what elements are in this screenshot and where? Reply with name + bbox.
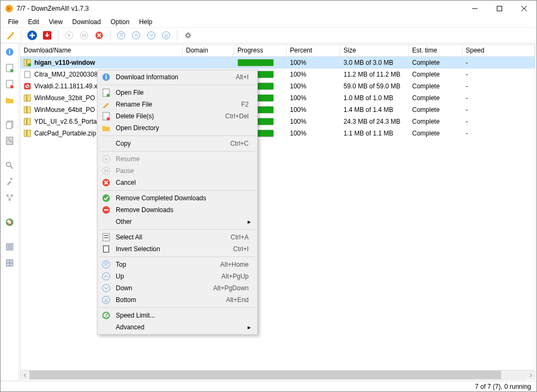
maximize-button[interactable] (487, 1, 512, 17)
col-size[interactable]: Size (340, 45, 409, 56)
scroll-track[interactable] (29, 371, 526, 379)
menu-label: Resume (116, 155, 256, 163)
menu-item[interactable]: Remove Downloads (99, 204, 256, 216)
menu-item[interactable]: UpAlt+PgUp (99, 270, 256, 282)
sidebar-share-icon[interactable] (4, 192, 15, 203)
toolbar (1, 27, 536, 43)
minimize-button[interactable] (463, 1, 487, 17)
col-est[interactable]: Est. time (409, 45, 463, 56)
menu-file[interactable]: File (4, 17, 23, 27)
menu-item[interactable]: BottomAlt+End (99, 294, 256, 306)
svg-rect-10 (83, 34, 84, 37)
menu-shortcut: Alt+PgDown (213, 284, 256, 292)
menu-help[interactable]: Help (135, 17, 157, 27)
menu-separator (99, 307, 256, 308)
speed-cell: - (463, 57, 535, 69)
svg-rect-51 (26, 107, 27, 113)
cancel-button[interactable] (93, 29, 106, 42)
menu-item[interactable]: iDownload InformationAlt+I (99, 71, 256, 83)
svg-point-44 (28, 63, 31, 66)
size-cell: 11.2 MB of 11.2 MB (340, 69, 409, 80)
pause-button[interactable] (78, 29, 91, 42)
col-progress[interactable]: Progress (234, 45, 287, 56)
sidebar-list-icon[interactable] (4, 242, 15, 252)
add-button[interactable] (26, 29, 39, 42)
menu-item[interactable]: DownAlt+PgDown (99, 282, 256, 294)
download-button[interactable] (41, 29, 54, 42)
menu-item[interactable]: Rename FileF2 (99, 99, 256, 110)
app-icon (5, 4, 13, 13)
menu-item[interactable]: CopyCtrl+C (99, 138, 256, 149)
col-domain[interactable]: Domain (183, 45, 234, 56)
menu-label: Open Directory (116, 124, 256, 132)
menu-shortcut: F2 (241, 101, 256, 108)
titlebar: 7/7 - DownZemAll! v1.7.3 (1, 1, 536, 17)
up-button[interactable] (130, 29, 143, 42)
menu-label: Remove Downloads (116, 206, 256, 214)
svg-point-17 (162, 32, 170, 39)
svg-point-5 (12, 32, 14, 34)
sidebar-tools-icon[interactable] (4, 176, 15, 187)
menu-view[interactable]: View (44, 17, 67, 27)
svg-text:i: i (9, 48, 10, 56)
svg-point-13 (117, 32, 125, 39)
close-button[interactable] (512, 1, 536, 17)
menu-item[interactable]: Advanced▸ (99, 321, 256, 333)
sidebar-paste-icon[interactable] (4, 135, 15, 146)
down-button[interactable] (145, 29, 158, 42)
menu-item[interactable]: Delete File(s)Ctrl+Del (99, 110, 256, 122)
file-icon (24, 82, 31, 90)
menu-edit[interactable]: Edit (24, 17, 43, 27)
menu-separator (99, 257, 256, 257)
menu-item[interactable]: Remove Completed Downloads (99, 192, 256, 204)
svg-point-19 (187, 34, 190, 37)
menu-option[interactable]: Option (106, 17, 133, 27)
menu-item[interactable]: Invert SelectionCtrl+I (99, 243, 256, 255)
top-button[interactable] (115, 29, 128, 42)
svg-rect-55 (26, 130, 27, 137)
menu-item[interactable]: Open File (99, 87, 256, 99)
sidebar-grid-icon[interactable] (4, 258, 15, 268)
select-all-icon (101, 232, 111, 243)
svg-point-16 (147, 32, 155, 39)
top-icon (101, 259, 111, 270)
menu-item[interactable]: Speed Limit... (99, 310, 256, 321)
menu-separator (99, 190, 256, 191)
menu-label: Other (116, 218, 256, 225)
menu-shortcut: Alt+PgUp (221, 273, 256, 280)
menu-item[interactable]: Cancel (99, 177, 256, 189)
menu-download[interactable]: Download (68, 17, 105, 27)
scroll-right-arrow[interactable] (526, 371, 535, 380)
sidebar-copy-icon[interactable] (4, 119, 15, 130)
sidebar-folder-icon[interactable] (4, 95, 15, 105)
sidebar-search-icon[interactable] (4, 160, 15, 171)
menu-item[interactable]: Other▸ (99, 216, 256, 228)
scroll-left-arrow[interactable] (20, 371, 29, 380)
sidebar-delete-icon[interactable] (4, 79, 15, 89)
col-name[interactable]: Download/Name (20, 45, 183, 56)
wizard-button[interactable] (4, 29, 17, 42)
menu-item[interactable]: TopAlt+Home (99, 259, 256, 270)
percent-cell: 100% (287, 69, 340, 80)
svg-point-23 (10, 69, 13, 72)
table-row[interactable]: higan_v110-window100%3.0 MB of 3.0 MBCom… (20, 57, 535, 69)
play-button[interactable] (63, 29, 76, 42)
settings-button[interactable] (182, 29, 195, 42)
menu-item[interactable]: Open Directory (99, 122, 256, 134)
file-icon (24, 118, 31, 125)
menu-label: Pause (116, 167, 256, 175)
col-percent[interactable]: Percent (287, 45, 340, 56)
scroll-thumb[interactable] (29, 371, 501, 379)
bottom-button[interactable] (160, 29, 173, 42)
down-icon (101, 283, 111, 293)
svg-point-68 (102, 194, 110, 202)
sidebar-info-icon[interactable]: i (4, 47, 15, 57)
col-speed[interactable]: Speed (463, 45, 535, 56)
svg-rect-28 (6, 137, 13, 145)
menu-item[interactable]: Select AllCtrl+A (99, 231, 256, 243)
est-cell: Complete (409, 127, 463, 139)
sidebar-update-icon[interactable] (4, 217, 15, 228)
percent-cell: 100% (287, 92, 340, 104)
sidebar-file-icon[interactable] (4, 63, 15, 73)
horizontal-scrollbar[interactable] (20, 370, 535, 379)
